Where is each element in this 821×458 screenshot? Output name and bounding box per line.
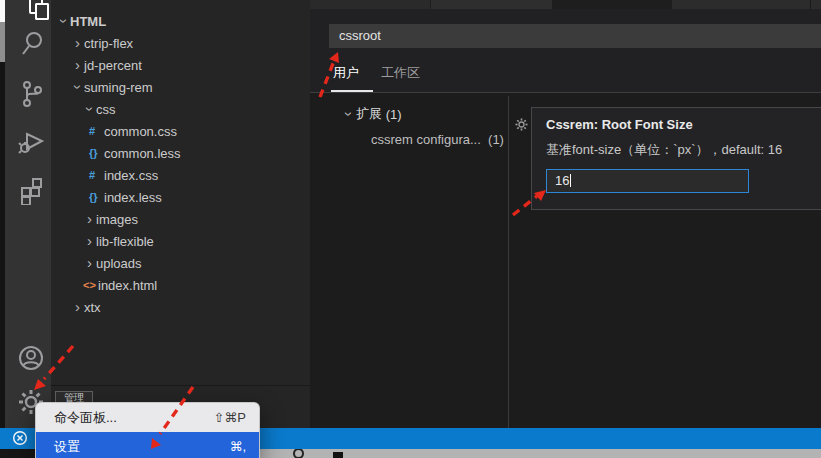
- setting-value-input[interactable]: 16: [546, 169, 749, 193]
- tree-item-images[interactable]: ›images: [51, 208, 310, 230]
- active-tab-underline: [331, 90, 373, 92]
- settings-gear-menu: 命令面板...⇧⌘P设置⌘,: [35, 402, 260, 458]
- tree-item-label: HTML: [70, 14, 106, 29]
- settings-editor: cssroot 用户 工作区 › 扩展 (1) cssrem configura…: [310, 0, 821, 428]
- tree-item-lib-flexible[interactable]: ›lib-flexible: [51, 230, 310, 252]
- tree-item-common.less[interactable]: {}common.less: [51, 142, 310, 164]
- editor-tab-active[interactable]: [552, 0, 672, 9]
- tree-item-css[interactable]: ›css: [51, 98, 310, 120]
- chevron-right-icon: ›: [71, 302, 84, 312]
- chevron-down-icon: ›: [344, 107, 354, 121]
- tree-item-label: suming-rem: [84, 80, 153, 95]
- editor-tab[interactable]: [811, 0, 821, 9]
- settings-search-value: cssroot: [339, 28, 381, 43]
- tree-item-label: index.css: [104, 168, 158, 183]
- settings-search-input[interactable]: cssroot: [329, 24, 821, 48]
- chevron-right-icon: ›: [83, 258, 96, 268]
- tree-item-index.less[interactable]: {}index.less: [51, 186, 310, 208]
- setting-value: 16: [555, 173, 569, 188]
- chevron-down-icon: ›: [59, 15, 69, 28]
- less-file-icon: {}: [89, 147, 104, 159]
- run-debug-icon[interactable]: [18, 128, 46, 158]
- html-file-icon: <>: [83, 279, 98, 291]
- explorer-sidebar: ›HTML›ctrip-flex›jd-percent›suming-rem›c…: [51, 0, 310, 428]
- desktop-edge: [0, 449, 37, 458]
- dock-item: [293, 448, 304, 458]
- css-file-icon: #: [89, 125, 104, 137]
- chevron-down-icon: ›: [85, 103, 95, 116]
- chevron-down-icon: ›: [73, 81, 83, 94]
- tree-item-index.html[interactable]: <>index.html: [51, 274, 310, 296]
- tree-item-label: index.less: [104, 190, 162, 205]
- setting-item-card: Cssrem: Root Font Size 基准font-size（单位：`p…: [531, 107, 821, 210]
- dock-item: [333, 452, 343, 458]
- tree-item-label: lib-flexible: [96, 234, 154, 249]
- chevron-right-icon: ›: [71, 60, 84, 70]
- setting-description: 基准font-size（单位：`px`），default: 16: [546, 141, 782, 159]
- tree-item-HTML[interactable]: ›HTML: [51, 10, 310, 32]
- menu-item-settings[interactable]: 设置⌘,: [36, 432, 259, 458]
- menu-item-shortcut: ⇧⌘P: [213, 410, 246, 425]
- tree-item-label: common.css: [104, 124, 177, 139]
- setting-manage-gear-icon[interactable]: [514, 117, 529, 136]
- menu-item-shortcut: ⌘,: [229, 439, 246, 454]
- tree-item-label: xtx: [84, 300, 101, 315]
- search-icon[interactable]: [20, 30, 46, 57]
- editor-tab[interactable]: [431, 0, 552, 9]
- toc-item-cssrem[interactable]: cssrem configura... (1): [371, 132, 504, 147]
- close-circle-icon[interactable]: [12, 430, 28, 450]
- chevron-right-icon: ›: [71, 38, 84, 48]
- extensions-icon[interactable]: [18, 176, 46, 205]
- sidebar-section-divider: [51, 385, 310, 386]
- account-icon[interactable]: [17, 344, 45, 372]
- tree-item-jd-percent[interactable]: ›jd-percent: [51, 54, 310, 76]
- vscode-window: ›HTML›ctrip-flex›jd-percent›suming-rem›c…: [0, 0, 821, 458]
- css-file-icon: #: [89, 169, 104, 181]
- toc-group-extensions[interactable]: › 扩展 (1): [342, 105, 402, 123]
- settings-header: cssroot 用户 工作区: [310, 9, 821, 93]
- files-explorer-icon[interactable]: [27, 0, 53, 26]
- source-control-branch-icon[interactable]: [19, 79, 45, 110]
- toc-divider: [508, 96, 509, 428]
- tree-item-common.css[interactable]: #common.css: [51, 120, 310, 142]
- menu-item-label: 设置: [54, 438, 80, 456]
- tree-item-xtx[interactable]: ›xtx: [51, 296, 310, 318]
- tree-item-label: jd-percent: [84, 58, 142, 73]
- menu-item-label: 命令面板...: [54, 409, 117, 427]
- tree-item-label: index.html: [98, 278, 157, 293]
- editor-tabstrip: [310, 0, 821, 9]
- tree-item-uploads[interactable]: ›uploads: [51, 252, 310, 274]
- tree-item-ctrip-flex[interactable]: ›ctrip-flex: [51, 32, 310, 54]
- editor-tab[interactable]: [672, 0, 810, 9]
- chevron-right-icon: ›: [83, 214, 96, 224]
- tree-item-suming-rem[interactable]: ›suming-rem: [51, 76, 310, 98]
- tree-item-index.css[interactable]: #index.css: [51, 164, 310, 186]
- setting-title: Cssrem: Root Font Size: [546, 117, 693, 132]
- tree-item-label: uploads: [96, 256, 142, 271]
- tree-item-label: ctrip-flex: [84, 36, 133, 51]
- chevron-right-icon: ›: [83, 236, 96, 246]
- tab-user[interactable]: 用户: [333, 64, 359, 82]
- settings-body: › 扩展 (1) cssrem configura... (1): [310, 93, 821, 428]
- tree-item-label: common.less: [104, 146, 181, 161]
- activity-bar: [5, 0, 51, 428]
- menu-item-command-palette[interactable]: 命令面板...⇧⌘P: [36, 403, 259, 432]
- tree-item-label: css: [96, 102, 116, 117]
- text-cursor: [570, 174, 571, 187]
- less-file-icon: {}: [89, 191, 104, 203]
- tree-item-label: images: [96, 212, 138, 227]
- editor-tab[interactable]: [310, 0, 430, 9]
- tab-workspace[interactable]: 工作区: [381, 64, 420, 82]
